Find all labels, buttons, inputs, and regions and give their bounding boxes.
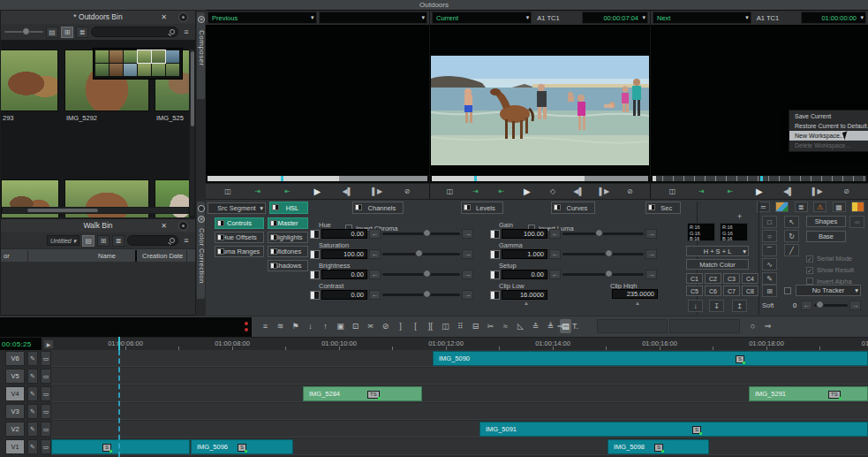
brightness-value[interactable]: 0.00 [321, 270, 367, 279]
saturation-slider[interactable] [382, 253, 460, 255]
thumbnail-size-slider[interactable] [4, 31, 43, 33]
effect-badge[interactable]: S [654, 444, 663, 452]
bank-c3-button[interactable]: C3 [723, 273, 740, 284]
contrast-slider[interactable] [382, 293, 460, 296]
mark-out-icon[interactable]: ⇤ [496, 186, 507, 198]
current-source-selector[interactable]: Current▾ [432, 11, 532, 24]
mark-out-icon[interactable]: ⇤ [725, 186, 736, 198]
timeline-clip[interactable]: IMG_5091 S [479, 422, 868, 437]
monitor-icon[interactable]: ▭ [41, 439, 51, 454]
add-edit-icon[interactable]: ✂ [485, 319, 496, 333]
link-icon[interactable]: ∞ [849, 216, 864, 228]
match-color-button[interactable]: Match Color [686, 259, 749, 270]
gear-icon[interactable] [178, 221, 188, 231]
color-buckets-icon[interactable] [851, 202, 864, 212]
contrast-value[interactable]: 0.00 [321, 290, 367, 300]
grid-tool-icon[interactable]: ⠿ [455, 319, 466, 333]
menu-icon[interactable]: ≡ [181, 236, 192, 245]
fast-menu-icon[interactable]: ≡ [260, 319, 271, 333]
next-source-selector[interactable]: Next▾ [653, 11, 751, 24]
close-icon[interactable]: ✕ [159, 12, 169, 22]
clip-low-value[interactable]: 16.0000 [502, 290, 547, 300]
close-icon[interactable]: ✕ [159, 221, 169, 231]
menu-item-restore-default[interactable]: Restore Current to Default... [789, 121, 868, 131]
gamma-slider[interactable] [562, 253, 644, 255]
hue-value[interactable]: 0.00 [321, 229, 367, 239]
column-creation-date[interactable]: Creation Date [142, 249, 183, 263]
bank-c8-button[interactable]: C8 [742, 286, 759, 296]
track-selector-v5[interactable]: V5 [5, 369, 25, 384]
monitor-icon[interactable]: ▭ [41, 404, 51, 419]
correction-down-icon[interactable]: ↧ [709, 300, 724, 312]
controls-button[interactable]: Controls [215, 217, 264, 229]
bin-search-field[interactable] [127, 235, 178, 246]
mark-in-icon[interactable]: ⇥ [253, 186, 263, 198]
script-view-icon[interactable]: ≣ [112, 235, 125, 247]
horizontal-scrollbar[interactable] [2, 207, 189, 214]
waveform-icon[interactable]: ≣ [795, 202, 808, 212]
split-view-icon[interactable]: ◫ [445, 186, 456, 198]
pencil-icon[interactable]: ✎ [27, 404, 38, 419]
track-selector-v4[interactable]: V4 [5, 386, 25, 401]
luma-ranges-button[interactable]: Luma Ranges [215, 246, 264, 257]
play-icon[interactable]: ▶ [754, 186, 765, 198]
match-frame-icon[interactable]: ◇ [547, 186, 558, 198]
tab-sec[interactable]: Sec [645, 202, 681, 214]
frame-view-icon[interactable]: ⊞ [97, 235, 109, 247]
slip-trim-icon[interactable]: ◺ [515, 319, 526, 333]
remove-effect-icon[interactable]: ⊘ [380, 319, 391, 333]
timeline-clip[interactable]: IMG_5284 TS [303, 386, 422, 401]
ellipse-shape-icon[interactable]: ○ [762, 230, 777, 242]
playhead-line[interactable] [118, 350, 120, 457]
play-icon[interactable]: ▶ [43, 339, 54, 349]
enable-toggle[interactable] [310, 230, 320, 239]
clip-name[interactable]: 293 [3, 114, 14, 122]
timeline-clip[interactable]: IMG_5291 TS [749, 386, 868, 401]
track-selector-v2[interactable]: V2 [5, 422, 25, 437]
close-icon[interactable]: ✕ [198, 16, 205, 23]
track-lane[interactable] [51, 368, 868, 385]
pencil-icon[interactable]: ✎ [27, 386, 38, 401]
step-forward-icon[interactable]: ▌▶ [599, 186, 609, 198]
shadows-button[interactable]: Shadows [268, 260, 308, 271]
bank-c2-button[interactable]: C2 [705, 273, 721, 284]
clip-high-marker[interactable]: ▲ [635, 301, 640, 306]
track-selector-v3[interactable]: V3 [5, 404, 25, 419]
monitor-icon[interactable]: ▭ [41, 386, 51, 401]
render-icon[interactable]: ○ [747, 319, 759, 333]
clip-name[interactable]: IMG_5292 [66, 114, 97, 122]
highlights-button[interactable]: Highlights [268, 232, 308, 243]
timeline-clip[interactable]: IMG_5096 S [191, 439, 293, 454]
no-effect-icon[interactable]: ⊘ [402, 186, 412, 198]
monitor-icon[interactable]: ▭ [41, 351, 51, 366]
bin-search-field[interactable] [91, 27, 178, 37]
segment-selector[interactable]: Src Segment▾ [208, 202, 266, 214]
text-view-icon[interactable]: ▤ [46, 27, 58, 38]
close-icon[interactable]: ✕ [198, 216, 205, 223]
script-view-icon[interactable]: ≣ [76, 27, 88, 38]
mark-in-icon[interactable]: ⇥ [696, 186, 706, 198]
menu-icon[interactable]: ≡ [181, 27, 192, 36]
mark-out-icon[interactable]: ⇤ [283, 186, 293, 198]
input-color-swatch[interactable]: R:16G:16B:16 [687, 223, 715, 241]
effect-badge[interactable]: S [736, 355, 744, 363]
tab-hsl[interactable]: HSL [269, 202, 308, 214]
effect-badge[interactable]: S [102, 444, 111, 452]
tab-levels[interactable]: Levels [461, 202, 503, 214]
warning-icon[interactable]: ⚠ [813, 202, 826, 212]
bank-c1-button[interactable]: C1 [686, 273, 703, 284]
pencil-icon[interactable]: ✎ [27, 351, 38, 366]
timeline-clip[interactable]: S [51, 439, 190, 454]
outdoors-bin-titlebar[interactable]: * Outdoors Bin ✕ [1, 11, 195, 24]
output-color-swatch[interactable]: R:16G:16B:16 [720, 223, 748, 241]
next-track-label[interactable]: A1 TC1 [753, 11, 800, 24]
monitor-icon[interactable]: ▭ [41, 369, 51, 384]
base-button[interactable]: Base [806, 231, 846, 242]
pencil-icon[interactable]: ✎ [27, 422, 38, 437]
previous-position-bar[interactable] [208, 176, 427, 181]
audio-mixer-icon[interactable]: ≋ [275, 319, 286, 333]
enable-toggle[interactable] [310, 270, 320, 279]
split-view-icon[interactable]: ◫ [667, 186, 677, 198]
column-name[interactable]: Name [98, 249, 116, 263]
search-input[interactable] [92, 27, 177, 36]
